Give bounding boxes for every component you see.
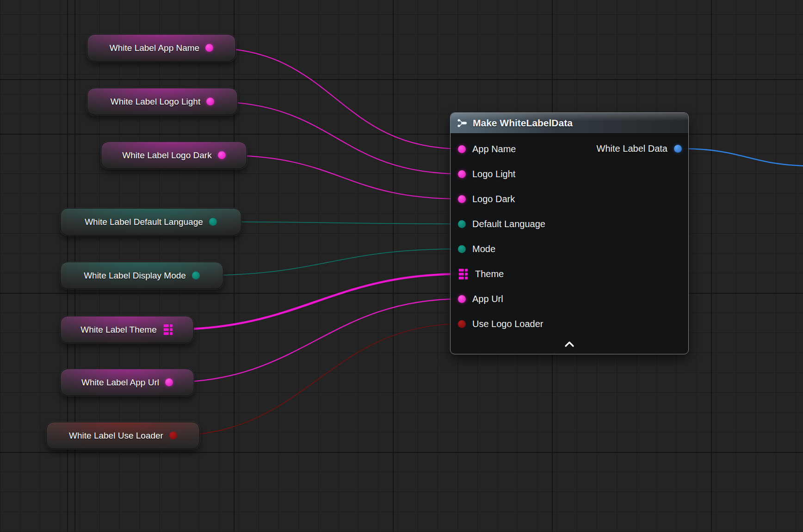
variable-name-label: White Label Logo Dark [122, 150, 211, 161]
blueprint-canvas[interactable]: White Label App Name White Label Logo Li… [0, 0, 803, 532]
output-pin[interactable] [192, 272, 200, 279]
input-pin[interactable] [458, 269, 469, 279]
struct-pin-icon [163, 324, 173, 335]
input-row: Theme [451, 261, 688, 286]
node-get-app-name[interactable]: White Label App Name [87, 34, 236, 62]
output-pin-label: White Label Data [597, 143, 667, 154]
input-row: Mode [451, 236, 688, 261]
node-get-app-url[interactable]: White Label App Url [60, 369, 194, 396]
output-row: White Label Data [597, 136, 682, 161]
input-pin-label: Default Language [472, 219, 545, 229]
output-pin[interactable] [169, 432, 177, 439]
output-pin[interactable] [206, 98, 214, 105]
input-pin[interactable] [458, 220, 466, 228]
make-struct-icon [457, 118, 468, 129]
input-pin-label: Mode [472, 244, 495, 254]
input-rows: App Name Logo Light Logo Dark Default La… [451, 134, 688, 336]
input-pin[interactable] [458, 195, 466, 203]
node-header[interactable]: Make WhiteLabelData [451, 113, 688, 134]
node-get-default-language[interactable]: White Label Default Language [60, 208, 241, 235]
input-pin[interactable] [458, 320, 466, 328]
input-pin-label: Use Logo Loader [472, 319, 543, 329]
output-pin[interactable] [218, 151, 226, 159]
variable-name-label: White Label App Url [81, 377, 159, 388]
input-pin-label: App Url [472, 294, 503, 304]
output-pin[interactable] [674, 145, 682, 153]
struct-pin-icon [458, 269, 469, 279]
variable-name-label: White Label Logo Light [111, 97, 200, 107]
node-get-logo-light[interactable]: White Label Logo Light [87, 88, 238, 115]
chevron-up-icon [563, 340, 576, 348]
variable-name-label: White Label Display Mode [84, 271, 186, 281]
node-make-whitelabeldata[interactable]: Make WhiteLabelData White Label Data App… [450, 112, 689, 354]
node-get-logo-dark[interactable]: White Label Logo Dark [101, 142, 247, 169]
input-pin[interactable] [458, 170, 466, 178]
output-pin[interactable] [163, 324, 173, 335]
input-pin[interactable] [458, 145, 466, 153]
input-row: Use Logo Loader [451, 311, 688, 336]
node-get-theme[interactable]: White Label Theme [60, 316, 194, 343]
variable-name-label: White Label Use Loader [69, 431, 163, 441]
input-pin[interactable] [458, 245, 466, 253]
input-row: Logo Dark [451, 186, 688, 211]
input-pin-label: App Name [472, 144, 516, 155]
node-title: Make WhiteLabelData [473, 118, 573, 129]
variable-name-label: White Label Theme [80, 325, 156, 335]
variable-name-label: White Label Default Language [85, 217, 203, 227]
input-row: Logo Light [451, 161, 688, 186]
input-row: App Url [451, 286, 688, 311]
node-get-display-mode[interactable]: White Label Display Mode [60, 262, 223, 289]
node-get-use-loader[interactable]: White Label Use Loader [46, 422, 200, 449]
output-pin[interactable] [165, 378, 173, 386]
output-pin[interactable] [205, 44, 213, 52]
variable-name-label: White Label App Name [110, 43, 199, 53]
input-pin[interactable] [458, 295, 466, 303]
input-pin-label: Theme [475, 269, 504, 279]
collapse-button[interactable] [451, 337, 688, 351]
input-row: Default Language [451, 211, 688, 236]
input-pin-label: Logo Dark [472, 194, 515, 204]
output-pin[interactable] [209, 218, 217, 226]
input-pin-label: Logo Light [472, 169, 515, 179]
